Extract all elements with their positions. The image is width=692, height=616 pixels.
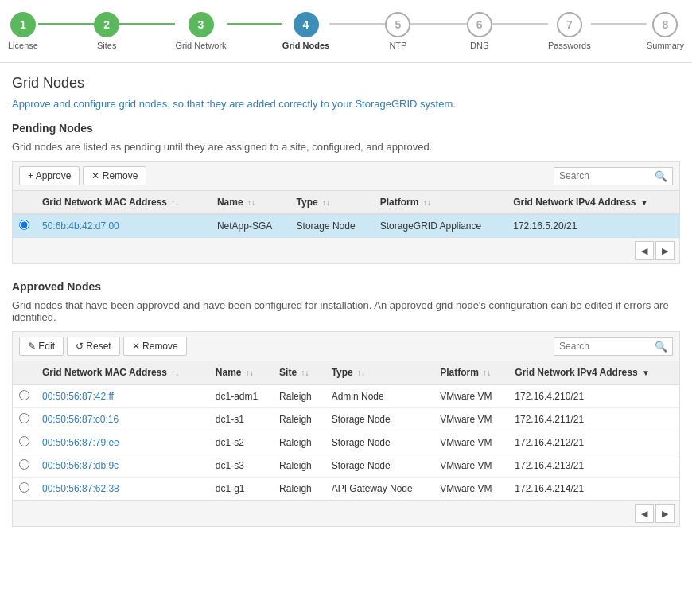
approved-table: Grid Network MAC Address ↑↓ Name ↑↓ Site… <box>13 361 679 500</box>
step-circle-5: 5 <box>385 12 410 37</box>
connector-3-4 <box>227 23 282 25</box>
approved-table-row[interactable]: 00:50:56:87:79:ee dc1-s2 Raleigh Storage… <box>13 431 679 454</box>
approved-edit-button[interactable]: ✎ Edit <box>19 337 64 356</box>
approved-cell-site: Raleigh <box>273 384 325 408</box>
approved-table-row[interactable]: 00:50:56:87:62:38 dc1-g1 Raleigh API Gat… <box>13 478 679 501</box>
approved-radio-cell[interactable] <box>13 454 36 478</box>
approved-mac-link[interactable]: 00:50:56:87:42:ff <box>42 391 114 402</box>
pending-ipv4-sort-icon[interactable]: ▼ <box>640 198 648 207</box>
pending-nodes-desc: Grid nodes are listed as pending until t… <box>12 141 680 153</box>
approved-cell-type: Admin Node <box>325 384 434 408</box>
connector-5-6 <box>410 23 466 25</box>
pending-mac-sort-icon[interactable]: ↑↓ <box>171 198 179 207</box>
pending-col-platform[interactable]: Platform ↑↓ <box>374 191 507 214</box>
wizard-step-2[interactable]: 2 Sites <box>94 12 119 50</box>
pending-col-ipv4[interactable]: Grid Network IPv4 Address ▼ <box>507 191 679 214</box>
approved-radio-header <box>13 361 36 384</box>
approved-search-icon[interactable]: 🔍 <box>655 341 667 353</box>
approved-remove-button[interactable]: ✕ Remove <box>123 337 187 356</box>
step-circle-6: 6 <box>467 12 492 37</box>
connector-6-7 <box>492 23 548 25</box>
approved-search-input[interactable] <box>559 341 655 352</box>
approved-radio-input[interactable] <box>19 413 29 423</box>
approved-site-sort-icon[interactable]: ↑↓ <box>301 368 309 377</box>
pending-cell-mac: 50:6b:4b:42:d7:00 <box>36 214 211 237</box>
pending-table-row[interactable]: 50:6b:4b:42:d7:00 NetApp-SGA Storage Nod… <box>13 214 679 237</box>
approved-mac-link[interactable]: 00:50:56:87:79:ee <box>42 437 119 448</box>
approved-cell-name: dc1-s3 <box>209 454 273 478</box>
approved-radio-cell[interactable] <box>13 408 36 431</box>
step-circle-7: 7 <box>557 12 582 37</box>
approved-ipv4-sort-icon[interactable]: ▼ <box>642 368 650 377</box>
approved-cell-platform: VMware VM <box>433 478 508 501</box>
approved-name-sort-icon[interactable]: ↑↓ <box>246 368 254 377</box>
pending-col-type[interactable]: Type ↑↓ <box>290 191 374 214</box>
pending-search-input[interactable] <box>559 170 655 181</box>
wizard-step-3[interactable]: 3 Grid Network <box>175 12 226 50</box>
approved-radio-input[interactable] <box>19 390 29 400</box>
pending-col-mac[interactable]: Grid Network MAC Address ↑↓ <box>36 191 211 214</box>
approved-prev-btn[interactable]: ◀ <box>635 504 654 523</box>
wizard-step-1[interactable]: 1 License <box>8 12 38 50</box>
approved-cell-name: dc1-g1 <box>209 478 273 501</box>
approved-mac-link[interactable]: 00:50:56:87:db:9c <box>42 460 119 471</box>
pending-name-sort-icon[interactable]: ↑↓ <box>247 198 255 207</box>
approved-radio-cell[interactable] <box>13 478 36 501</box>
approved-cell-type: API Gateway Node <box>325 478 434 501</box>
approved-table-row[interactable]: 00:50:56:87:db:9c dc1-s3 Raleigh Storage… <box>13 454 679 478</box>
approved-mac-link[interactable]: 00:50:56:87:62:38 <box>42 483 119 494</box>
wizard-step-8[interactable]: 8 Summary <box>647 12 684 50</box>
approved-cell-site: Raleigh <box>273 478 325 501</box>
approved-cell-mac: 00:50:56:87:c0:16 <box>36 408 209 431</box>
pending-type-sort-icon[interactable]: ↑↓ <box>322 198 330 207</box>
pending-mac-link[interactable]: 50:6b:4b:42:d7:00 <box>42 220 119 232</box>
approved-table-row[interactable]: 00:50:56:87:42:ff dc1-adm1 Raleigh Admin… <box>13 384 679 408</box>
pending-radio-cell[interactable] <box>13 214 36 237</box>
step-label-6: DNS <box>470 41 488 50</box>
approved-platform-sort-icon[interactable]: ↑↓ <box>483 368 491 377</box>
pending-next-btn[interactable]: ▶ <box>655 241 675 260</box>
pending-search-icon[interactable]: 🔍 <box>655 170 667 182</box>
pending-platform-sort-icon[interactable]: ↑↓ <box>423 198 431 207</box>
approved-reset-button[interactable]: ↺ Reset <box>67 337 120 356</box>
pending-table: Grid Network MAC Address ↑↓ Name ↑↓ Type… <box>13 191 679 237</box>
pending-approve-button[interactable]: + Approve <box>19 166 80 185</box>
approved-next-btn[interactable]: ▶ <box>655 504 675 523</box>
approved-col-mac[interactable]: Grid Network MAC Address ↑↓ <box>36 361 209 384</box>
wizard-step-6[interactable]: 6 DNS <box>467 12 492 50</box>
approved-table-header-row: Grid Network MAC Address ↑↓ Name ↑↓ Site… <box>13 361 679 384</box>
wizard-step-4[interactable]: 4 Grid Nodes <box>282 12 329 50</box>
pending-remove-button[interactable]: ✕ Remove <box>83 166 146 185</box>
wizard-step-5[interactable]: 5 NTP <box>385 12 410 50</box>
step-label-2: Sites <box>97 41 116 50</box>
step-circle-4: 4 <box>294 12 319 37</box>
pending-cell-platform: StorageGRID Appliance <box>374 214 507 237</box>
approved-table-row[interactable]: 00:50:56:87:c0:16 dc1-s1 Raleigh Storage… <box>13 408 679 431</box>
approved-radio-input[interactable] <box>19 482 29 493</box>
pending-pagination: ◀ ▶ <box>13 237 679 263</box>
approved-radio-cell[interactable] <box>13 384 36 408</box>
approved-mac-link[interactable]: 00:50:56:87:c0:16 <box>42 414 119 425</box>
approved-search-box: 🔍 <box>554 337 673 356</box>
approved-col-site[interactable]: Site ↑↓ <box>273 361 325 384</box>
approved-col-ipv4[interactable]: Grid Network IPv4 Address ▼ <box>508 361 679 384</box>
step-label-7: Passwords <box>548 41 591 50</box>
pending-radio-input[interactable] <box>19 220 29 230</box>
wizard-step-7[interactable]: 7 Passwords <box>548 12 591 50</box>
approved-col-name[interactable]: Name ↑↓ <box>209 361 273 384</box>
approved-col-type[interactable]: Type ↑↓ <box>325 361 434 384</box>
pending-prev-btn[interactable]: ◀ <box>635 241 654 260</box>
approved-mac-sort-icon[interactable]: ↑↓ <box>171 368 179 377</box>
intro-link[interactable]: Approve and configure grid nodes, so tha… <box>12 98 456 110</box>
approved-type-sort-icon[interactable]: ↑↓ <box>357 368 365 377</box>
approved-col-platform[interactable]: Platform ↑↓ <box>433 361 508 384</box>
approved-cell-ipv4: 172.16.4.210/21 <box>508 384 679 408</box>
pending-table-wrap: Grid Network MAC Address ↑↓ Name ↑↓ Type… <box>12 190 680 264</box>
approved-radio-cell[interactable] <box>13 431 36 454</box>
pending-col-name[interactable]: Name ↑↓ <box>211 191 290 214</box>
approved-radio-input[interactable] <box>19 436 29 446</box>
approved-cell-type: Storage Node <box>325 408 434 431</box>
step-label-4: Grid Nodes <box>282 41 329 50</box>
approved-cell-mac: 00:50:56:87:79:ee <box>36 431 209 454</box>
approved-radio-input[interactable] <box>19 459 29 470</box>
